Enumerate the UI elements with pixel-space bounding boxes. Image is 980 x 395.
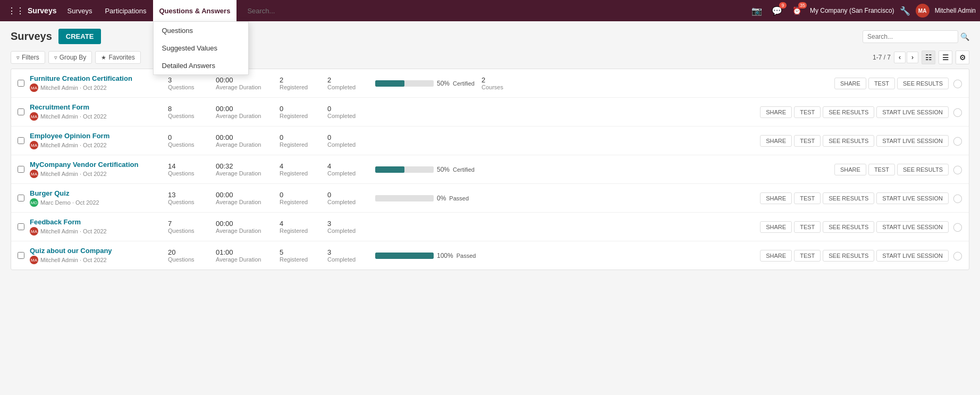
avatar-6: MA (30, 227, 38, 236)
nav-participations[interactable]: Participations (98, 0, 153, 21)
app-name[interactable]: Surveys (28, 6, 56, 15)
completed-7: 3 (327, 248, 375, 256)
app-grid-icon[interactable]: ⋮⋮ (7, 6, 24, 16)
start-live-btn-3[interactable]: START LIVE SESSION (876, 135, 949, 147)
avatar-2: MA (30, 112, 38, 121)
see-results-btn-5[interactable]: SEE RESULTS (823, 192, 874, 204)
survey-title-1[interactable]: Furniture Creation Certification (30, 74, 168, 82)
survey-title-2[interactable]: Recruitment Form (30, 103, 168, 111)
start-live-btn-6[interactable]: START LIVE SESSION (876, 221, 949, 233)
completed-2: 0 (327, 105, 375, 113)
dropdown-detailed-answers[interactable]: Detailed Answers (154, 57, 248, 74)
row-settings-icon-2[interactable]: ◯ (953, 107, 962, 117)
avatar-5: MD (30, 198, 38, 207)
page-next-btn[interactable]: › (907, 52, 918, 63)
avatar-3: MA (30, 141, 38, 149)
test-btn-1[interactable]: TEST (868, 78, 895, 89)
avatar-4: MA (30, 170, 38, 178)
share-btn-6[interactable]: SHARE (760, 221, 792, 233)
share-btn-7[interactable]: SHARE (760, 250, 792, 262)
see-results-btn-6[interactable]: SEE RESULTS (823, 221, 874, 233)
progress-pct-7: 100% (437, 252, 453, 259)
share-btn-1[interactable]: SHARE (834, 78, 866, 89)
row-checkbox-5[interactable] (18, 195, 24, 201)
settings-view-btn[interactable]: ⚙ (956, 51, 969, 64)
see-results-btn-2[interactable]: SEE RESULTS (823, 106, 874, 118)
nav-questions-answers[interactable]: Questions & Answers Questions Suggested … (153, 0, 237, 21)
row-checkbox-2[interactable] (18, 108, 24, 115)
clock-icon-btn[interactable]: ⏰ 35 (790, 3, 805, 18)
list-view-btn[interactable]: ☰ (939, 51, 952, 64)
top-nav: ⋮⋮ Surveys Surveys Participations Questi… (0, 0, 980, 21)
row-settings-icon-3[interactable]: ◯ (953, 136, 962, 146)
row-settings-icon-1[interactable]: ◯ (953, 78, 962, 88)
see-results-btn-3[interactable]: SEE RESULTS (823, 135, 874, 147)
row-checkbox-7[interactable] (18, 252, 24, 259)
see-results-btn-1[interactable]: SEE RESULTS (897, 78, 949, 89)
questions-count-3: 0 (168, 133, 216, 141)
chat-badge: 9 (779, 2, 787, 9)
share-btn-5[interactable]: SHARE (760, 192, 792, 204)
dropdown-questions[interactable]: Questions (154, 22, 248, 39)
start-live-btn-5[interactable]: START LIVE SESSION (876, 192, 949, 204)
test-btn-7[interactable]: TEST (794, 250, 821, 262)
status-1: Certified (453, 80, 475, 87)
test-btn-3[interactable]: TEST (794, 135, 821, 147)
row-checkbox-4[interactable] (18, 166, 24, 173)
survey-title-4[interactable]: MyCompany Vendor Certification (30, 161, 168, 169)
survey-title-3[interactable]: Employee Opinion Form (30, 132, 168, 140)
survey-title-7[interactable]: Quiz about our Company (30, 247, 168, 255)
row-settings-icon-4[interactable]: ◯ (953, 164, 962, 174)
progress-pct-1: 50% (437, 80, 450, 87)
see-results-btn-4[interactable]: SEE RESULTS (897, 164, 949, 175)
test-btn-2[interactable]: TEST (794, 106, 821, 118)
share-btn-4[interactable]: SHARE (834, 164, 866, 175)
content-area: Surveys CREATE 🔍 ▿ Filters ▿ Group By ★ … (0, 21, 980, 395)
search-input[interactable] (863, 30, 958, 43)
survey-title-5[interactable]: Burger Quiz (30, 189, 168, 197)
registered-5: 0 (280, 191, 327, 199)
username: Mitchell Admin (935, 7, 976, 14)
card-view-btn[interactable]: ☷ (922, 51, 935, 64)
survey-title-6[interactable]: Feedback Form (30, 218, 168, 226)
create-button[interactable]: CREATE (58, 29, 101, 44)
nav-surveys[interactable]: Surveys (61, 0, 98, 21)
wrench-icon[interactable]: 🔧 (900, 6, 910, 16)
start-live-btn-7[interactable]: START LIVE SESSION (876, 250, 949, 262)
top-search-input[interactable] (247, 7, 353, 15)
completed-5: 0 (327, 191, 375, 199)
user-avatar[interactable]: MA (916, 4, 930, 18)
see-results-btn-7[interactable]: SEE RESULTS (823, 250, 874, 262)
share-btn-2[interactable]: SHARE (760, 106, 792, 118)
chat-icon-btn[interactable]: 💬 9 (770, 3, 784, 18)
filters-button[interactable]: ▿ Filters (11, 51, 45, 64)
test-btn-5[interactable]: TEST (794, 192, 821, 204)
progress-bar-1 (375, 80, 404, 87)
page-prev-btn[interactable]: ‹ (894, 52, 906, 63)
row-settings-icon-7[interactable]: ◯ (953, 250, 962, 260)
dropdown-suggested-values[interactable]: Suggested Values (154, 39, 248, 57)
group-by-button[interactable]: ▿ Group By (48, 51, 92, 64)
row-checkbox-3[interactable] (18, 137, 24, 144)
row-checkbox-6[interactable] (18, 223, 24, 230)
questions-count-5: 13 (168, 191, 216, 199)
row-checkbox-1[interactable] (18, 80, 24, 87)
duration-6: 00:00 (216, 220, 280, 228)
test-btn-4[interactable]: TEST (868, 164, 895, 175)
registered-2: 0 (280, 105, 327, 113)
registered-6: 4 (280, 220, 327, 228)
status-7: Passed (457, 253, 476, 259)
questions-count-6: 7 (168, 220, 216, 228)
company-name: My Company (San Francisco) (810, 7, 894, 14)
row-settings-icon-6[interactable]: ◯ (953, 222, 962, 232)
page-title: Surveys (11, 30, 52, 43)
status-4: Certified (453, 166, 475, 173)
favorites-button[interactable]: ★ Favorites (95, 51, 140, 64)
progress-bar-4 (375, 166, 404, 173)
test-btn-6[interactable]: TEST (794, 221, 821, 233)
screen-icon-btn[interactable]: 📷 (749, 3, 764, 18)
share-btn-3[interactable]: SHARE (760, 135, 792, 147)
search-icon[interactable]: 🔍 (960, 32, 969, 41)
row-settings-icon-5[interactable]: ◯ (953, 193, 962, 203)
start-live-btn-2[interactable]: START LIVE SESSION (876, 106, 949, 118)
